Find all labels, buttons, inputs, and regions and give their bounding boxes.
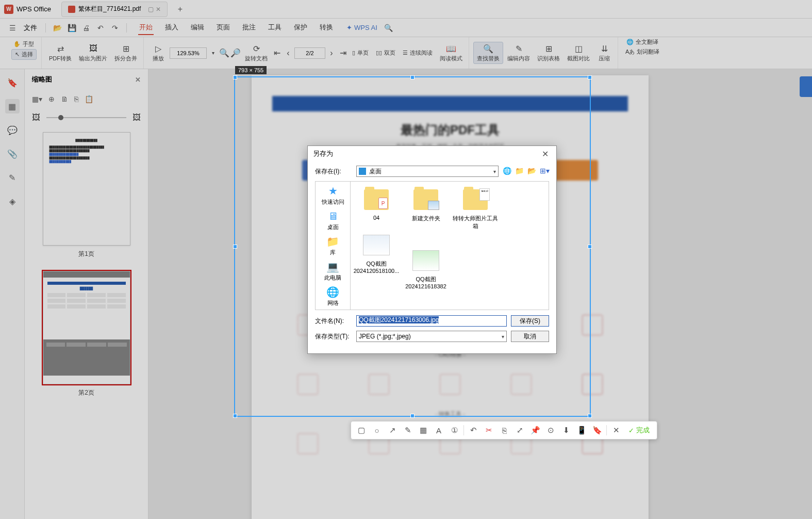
new-folder-icon[interactable]: 📂 xyxy=(527,167,537,176)
save-tool-icon[interactable]: 🔖 xyxy=(591,424,603,436)
thumbnails-icon[interactable]: ▦ xyxy=(5,99,20,113)
tab-insert[interactable]: 插入 xyxy=(164,21,179,35)
location-combo[interactable]: 桌面 xyxy=(356,166,499,177)
back-icon[interactable]: 🌐 xyxy=(503,167,512,176)
dialog-close-button[interactable]: ✕ xyxy=(539,148,551,160)
share-tool-icon[interactable]: ⊙ xyxy=(544,424,557,436)
text-tool-icon[interactable]: A xyxy=(433,424,445,436)
right-float-button[interactable] xyxy=(800,76,812,97)
up-icon[interactable]: 📁 xyxy=(515,167,524,176)
filetype-combo[interactable]: JPEG (*.jpg;*.jpeg) xyxy=(356,331,507,342)
full-translate-button[interactable]: 🌐全文翻译 xyxy=(623,37,661,47)
tab-tools[interactable]: 工具 xyxy=(267,21,283,35)
open-icon[interactable]: 📂 xyxy=(51,22,63,34)
edit-content-button[interactable]: ✎编辑内容 xyxy=(504,42,533,63)
prev-page-icon[interactable]: ‹ xyxy=(283,48,293,58)
split-merge-button[interactable]: ⊞拆分合并 xyxy=(111,42,140,63)
pen-tool-icon[interactable]: ✎ xyxy=(402,424,414,436)
download-tool-icon[interactable]: ⬇ xyxy=(560,424,572,436)
pin-tool-icon[interactable]: 📌 xyxy=(529,424,541,436)
export-image-button[interactable]: 🖼输出为图片 xyxy=(76,42,110,63)
last-page-icon[interactable]: ⇥ xyxy=(338,48,348,58)
cancel-button[interactable]: 取消 xyxy=(511,331,549,342)
file-item-folder-04[interactable]: P 04 xyxy=(354,187,399,230)
save-icon[interactable]: 💾 xyxy=(65,22,78,34)
first-page-icon[interactable]: ⇤ xyxy=(272,48,282,58)
ocr-table-button[interactable]: ⊞识别表格 xyxy=(534,42,563,63)
delete-page-icon[interactable]: 🗎 xyxy=(61,95,68,103)
zoom-in-icon[interactable]: 🔎 xyxy=(230,48,241,58)
file-item-toolkit[interactable]: test.xl 转转大师图片工具箱 xyxy=(453,187,498,230)
view-menu-icon[interactable]: ⊞▾ xyxy=(540,167,549,176)
pdf-convert-button[interactable]: ⇄PDF转换 xyxy=(46,42,75,63)
search-icon[interactable]: 🔍 xyxy=(383,22,395,34)
compress-button[interactable]: ⇊压缩 xyxy=(594,42,615,63)
thumb-large-icon[interactable]: 🖼 xyxy=(132,113,141,122)
rect-tool-icon[interactable]: ▢ xyxy=(355,424,368,436)
select-tool-button[interactable]: ↖选择 xyxy=(11,49,37,60)
crop-tool-icon[interactable]: ✂ xyxy=(483,424,495,436)
print-icon[interactable]: 🖨 xyxy=(80,22,92,34)
comments-icon[interactable]: 💬 xyxy=(5,123,20,137)
tab-protect[interactable]: 保护 xyxy=(293,21,308,35)
next-page-icon[interactable]: › xyxy=(326,48,337,58)
hand-tool-button[interactable]: ✋手型 xyxy=(10,39,37,49)
find-replace-button[interactable]: 🔍查找替换 xyxy=(473,42,503,64)
add-page-icon[interactable]: ⊕ xyxy=(48,95,55,103)
page-indicator[interactable]: 2/2 xyxy=(294,47,325,59)
zoom-out-icon[interactable]: 🔍 xyxy=(219,48,229,58)
quick-access-item[interactable]: ★ 快速访问 xyxy=(322,185,344,206)
file-item-qq2[interactable]: QQ截图 2024121618382 xyxy=(403,248,449,289)
undo-tool-icon[interactable]: ↶ xyxy=(467,424,479,436)
double-page-button[interactable]: ▯▯双页 xyxy=(373,48,399,58)
tab-page[interactable]: 页面 xyxy=(216,21,231,35)
desktop-item[interactable]: 🖥 桌面 xyxy=(326,210,340,231)
tab-start[interactable]: 开始 xyxy=(138,21,154,35)
filename-input[interactable]: QQ截图20241217163006.jpg xyxy=(356,315,507,327)
zoom-level[interactable]: 129.53% xyxy=(170,47,207,59)
wps-ai-button[interactable]: ✦ WPS AI xyxy=(346,24,377,31)
thumbnail-item-2[interactable]: ██████ xyxy=(32,271,141,397)
screenshot-compare-button[interactable]: ◫截图对比 xyxy=(564,42,593,63)
number-tool-icon[interactable]: ① xyxy=(448,424,460,436)
play-button[interactable]: ▷播放 xyxy=(148,42,169,63)
tab-annotate[interactable]: 批注 xyxy=(241,21,257,35)
file-item-new-folder[interactable]: 新建文件夹 xyxy=(403,187,449,230)
new-tab-button[interactable]: + xyxy=(174,3,186,15)
thumbnail-item-1[interactable]: ████████████ ███████████████████████████… xyxy=(32,132,141,258)
thumb-image-icon[interactable]: 🖼 xyxy=(32,113,40,122)
rotate-button[interactable]: ⟳旋转文档 xyxy=(242,42,271,63)
network-item[interactable]: 🌐 网络 xyxy=(326,286,340,307)
thumb-size-slider[interactable] xyxy=(46,117,126,118)
word-translate-button[interactable]: Aあ划词翻译 xyxy=(622,47,662,57)
read-mode-button[interactable]: 📖阅读模式 xyxy=(437,42,466,63)
layers-icon[interactable]: ◈ xyxy=(5,194,20,208)
arrow-tool-icon[interactable]: ↗ xyxy=(386,424,399,436)
tab-convert[interactable]: 转换 xyxy=(319,21,334,35)
document-tab[interactable]: 繁体栏目_7716421.pdf ▢ ✕ xyxy=(61,2,168,17)
library-item[interactable]: 📁 库 xyxy=(326,235,340,256)
close-panel-icon[interactable]: ✕ xyxy=(135,76,141,84)
continuous-button[interactable]: ☰连续阅读 xyxy=(400,48,436,58)
undo-icon[interactable]: ↶ xyxy=(94,22,107,34)
file-menu[interactable]: 文件 xyxy=(24,23,37,33)
mosaic-tool-icon[interactable]: ▦ xyxy=(417,424,429,436)
redo-icon[interactable]: ↷ xyxy=(109,22,121,34)
cancel-tool-icon[interactable]: ✕ xyxy=(610,424,622,436)
tab-edit[interactable]: 编辑 xyxy=(190,21,205,35)
single-page-button[interactable]: ▯单页 xyxy=(349,48,372,58)
chevron-down-icon[interactable]: ▾ xyxy=(208,48,218,58)
save-button[interactable]: 保存(S) xyxy=(511,315,549,327)
ellipse-tool-icon[interactable]: ○ xyxy=(371,424,383,436)
signature-icon[interactable]: ✎ xyxy=(5,170,20,185)
attachments-icon[interactable]: 📎 xyxy=(5,147,20,161)
tab-close-icon[interactable]: ✕ xyxy=(156,6,161,13)
scan-tool-icon[interactable]: ⤢ xyxy=(513,424,526,436)
paste-page-icon[interactable]: 📋 xyxy=(85,95,93,103)
file-item-qq1[interactable]: QQ截图 2024120518100... xyxy=(354,232,399,289)
tab-restore-icon[interactable]: ▢ xyxy=(148,6,154,13)
grid-icon[interactable]: ▦▾ xyxy=(32,95,42,103)
bookmark-icon[interactable]: 🔖 xyxy=(5,75,20,90)
this-pc-item[interactable]: 💻 此电脑 xyxy=(324,261,341,282)
done-button[interactable]: ✓ 完成 xyxy=(625,426,653,435)
